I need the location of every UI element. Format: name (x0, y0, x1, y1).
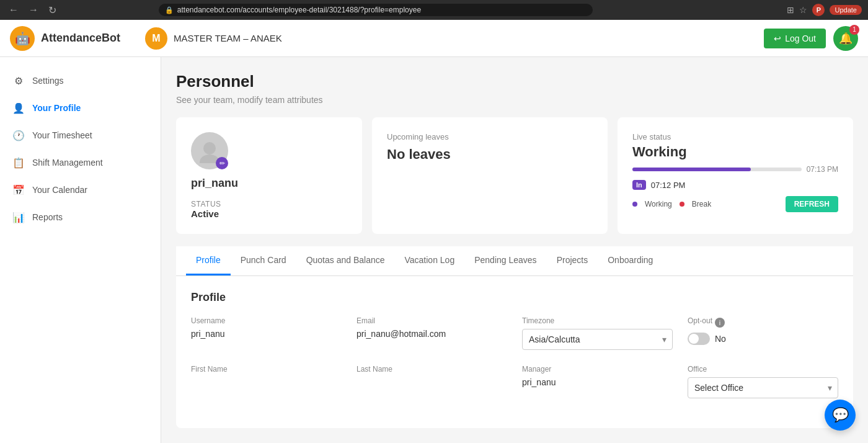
team-name: MASTER TEAM – ANAEK (174, 33, 282, 43)
sidebar-item-settings[interactable]: ⚙ Settings (0, 67, 161, 94)
leaves-card: Upcoming leaves No leaves (372, 117, 608, 234)
tab-onboarding[interactable]: Onboarding (598, 246, 663, 275)
timezone-label: Timezone (522, 316, 673, 325)
field-username: Username pri_nanu (191, 316, 342, 350)
toggle-row: No (688, 333, 838, 345)
email-value: pri_nanu@hotmail.com (356, 329, 507, 339)
optout-toggle[interactable] (688, 333, 710, 345)
field-optout: Opt-out i No (688, 316, 838, 350)
chat-bubble[interactable]: 💬 (825, 400, 856, 431)
manager-value: pri_nanu (522, 377, 673, 387)
field-manager: Manager pri_nanu (522, 365, 673, 398)
sidebar-label-shift-management: Shift Management (32, 158, 103, 168)
edit-icon[interactable]: ✏ (216, 157, 228, 169)
progress-time: 07:13 PM (807, 165, 838, 174)
office-label: Office (688, 365, 838, 374)
live-status-card: Live status Working 07:13 PM In 07:12 PM (618, 117, 853, 234)
sidebar-item-your-timesheet[interactable]: 🕐 Your Timesheet (0, 122, 161, 149)
user-card: ✏ pri_nanu Status Active (176, 117, 362, 234)
refresh-button[interactable]: ↻ (46, 4, 59, 16)
team-avatar: M (145, 27, 167, 50)
tab-projects[interactable]: Projects (547, 246, 598, 275)
browser-profile-button[interactable]: P (812, 4, 825, 16)
leaves-value: No leaves (387, 146, 593, 163)
form-section-title: Profile (191, 291, 838, 304)
tab-profile[interactable]: Profile (186, 246, 231, 275)
star-icon: ☆ (799, 5, 807, 15)
forward-button[interactable]: → (26, 4, 41, 16)
page-subtitle: See your team, modify team attributes (176, 95, 853, 105)
info-icon[interactable]: i (715, 318, 725, 328)
browser-update-button[interactable]: Update (830, 5, 861, 15)
tab-vacation-log[interactable]: Vacation Log (395, 246, 465, 275)
form-row-2: First Name Last Name Manager pri_nanu (191, 365, 838, 398)
sidebar-item-your-calendar[interactable]: 📅 Your Calendar (0, 176, 161, 204)
status-label: Status (191, 200, 347, 208)
browser-chrome: ← → ↻ 🔒 attendancebot.com/accounts/emplo… (0, 0, 868, 20)
office-select[interactable]: Select Office (688, 377, 838, 398)
office-select-wrap: Select Office (688, 377, 838, 398)
form-row-1: Username pri_nanu Email pri_nanu@hotmail… (191, 316, 838, 350)
sidebar-label-your-profile: Your Profile (32, 103, 81, 113)
optout-header: Opt-out i (688, 316, 838, 329)
progress-bar-wrap (632, 168, 802, 171)
sidebar-item-reports[interactable]: 📊 Reports (0, 204, 161, 231)
status-legend: Working Break REFRESH (632, 196, 838, 212)
live-status-value: Working (632, 144, 838, 160)
notification-badge: 1 (849, 25, 859, 35)
tab-punch-card[interactable]: Punch Card (231, 246, 296, 275)
tab-quotas-balance[interactable]: Quotas and Balance (296, 246, 395, 275)
field-office: Office Select Office (688, 365, 838, 398)
notification-button[interactable]: 🔔 1 (833, 26, 858, 51)
field-timezone: Timezone Asia/Calcutta UTC America/New_Y… (522, 316, 673, 350)
user-icon: 👤 (12, 102, 25, 114)
optout-label: Opt-out (688, 316, 712, 325)
sidebar-label-your-timesheet: Your Timesheet (32, 130, 92, 140)
shift-icon: 📋 (12, 156, 25, 169)
team-section: M MASTER TEAM – ANAEK (145, 27, 282, 50)
email-label: Email (356, 316, 507, 325)
timezone-select[interactable]: Asia/Calcutta UTC America/New_York Europ… (522, 329, 673, 350)
brand-logo: 🤖 (10, 26, 35, 51)
main-layout: ⚙ Settings 👤 Your Profile 🕐 Your Timeshe… (0, 57, 868, 443)
firstname-label: First Name (191, 365, 342, 374)
field-lastname: Last Name (356, 365, 507, 398)
reports-icon: 📊 (12, 211, 25, 223)
logout-label: Log Out (785, 34, 816, 43)
main-content: Personnel See your team, modify team att… (161, 57, 868, 443)
brand-name: AttendanceBot (41, 32, 120, 45)
chat-icon: 💬 (832, 407, 849, 423)
progress-bar-fill (632, 168, 751, 171)
url-bar[interactable]: 🔒 attendancebot.com/accounts/employee-de… (159, 4, 593, 16)
svg-point-0 (203, 142, 216, 154)
live-status-title: Live status (632, 132, 838, 141)
status-value: Active (191, 208, 347, 219)
progress-row: 07:13 PM (632, 165, 838, 174)
lock-icon: 🔒 (165, 6, 174, 14)
page-title: Personnel (176, 72, 853, 91)
top-nav-right: ↩ Log Out 🔔 1 (764, 26, 858, 51)
tab-pending-leaves[interactable]: Pending Leaves (464, 246, 546, 275)
working-dot (632, 202, 637, 207)
sidebar-item-shift-management[interactable]: 📋 Shift Management (0, 149, 161, 176)
sidebar: ⚙ Settings 👤 Your Profile 🕐 Your Timeshe… (0, 57, 161, 443)
calendar-icon: 📅 (12, 184, 25, 196)
grid-icon: ⊞ (787, 5, 794, 15)
sidebar-label-reports: Reports (32, 212, 63, 222)
working-label: Working (645, 200, 672, 208)
tabs-form-section: Profile Punch Card Quotas and Balance Va… (176, 246, 853, 428)
url-text: attendancebot.com/accounts/employee-deta… (177, 6, 421, 14)
username-value: pri_nanu (191, 329, 342, 339)
brand: 🤖 AttendanceBot (10, 26, 120, 51)
manager-label: Manager (522, 365, 673, 374)
user-avatar-wrap: ✏ (191, 132, 228, 169)
logout-button[interactable]: ↩ Log Out (764, 29, 826, 48)
brand-logo-icon: 🤖 (15, 31, 30, 46)
username-label: Username (191, 316, 342, 325)
back-button[interactable]: ← (6, 4, 21, 16)
refresh-button[interactable]: REFRESH (786, 196, 838, 212)
toggle-knob (689, 334, 699, 344)
sidebar-item-your-profile[interactable]: 👤 Your Profile (0, 94, 161, 122)
time-entry-value: 07:12 PM (651, 181, 686, 190)
time-entry-badge: In (632, 180, 646, 190)
